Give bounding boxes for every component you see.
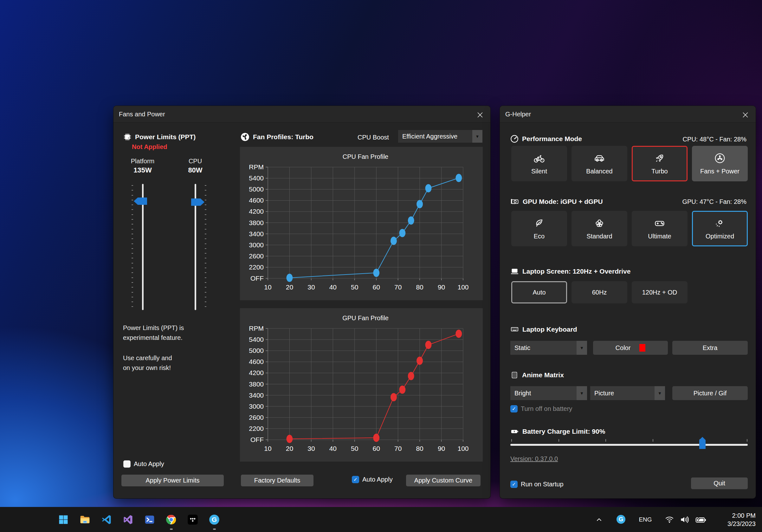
vscode-icon[interactable] [101, 514, 113, 526]
fans-window-title: Fans and Power [119, 111, 165, 118]
run-on-startup-checkbox[interactable]: ✓ [510, 481, 518, 488]
svg-text:80: 80 [416, 445, 423, 452]
laptop-icon [510, 267, 519, 275]
svg-text:G: G [619, 516, 624, 522]
desktop: Fans and Power Power Limits (PPT) Not Ap… [0, 0, 762, 532]
cpu-boost-dropdown[interactable]: Efficient Aggressive ▼ [398, 130, 483, 143]
gpu-fan-profile-chart[interactable]: 102030405060708090100OFF2200260030003400… [240, 308, 483, 462]
g-helper-running-indicator [213, 528, 216, 530]
language-indicator[interactable]: ENG [638, 515, 653, 524]
keyboard-extra-button[interactable]: Extra [672, 341, 748, 355]
svg-text:2200: 2200 [249, 264, 264, 271]
tray-chevron-up-icon[interactable] [595, 515, 603, 524]
power-auto-apply-checkbox[interactable] [123, 460, 130, 468]
version-link[interactable]: Version: 0.37.0.0 [510, 455, 558, 463]
screen-button-auto[interactable]: Auto [511, 281, 567, 303]
cpu-slider-thumb[interactable] [191, 198, 204, 206]
svg-text:CPU Fan Profile: CPU Fan Profile [343, 153, 389, 160]
file-explorer-icon[interactable] [79, 514, 91, 526]
gpu-button-ultimate[interactable]: Ultimate [632, 211, 688, 246]
optimized-gear-icon [714, 217, 725, 229]
chevron-down-icon[interactable]: ▼ [576, 386, 587, 400]
g-helper-taskbar-icon[interactable]: G [208, 514, 220, 526]
cpu-slider-label: CPU [180, 158, 211, 165]
chrome-running-indicator [170, 528, 173, 530]
anime-content-dropdown[interactable]: Picture ▼ [590, 386, 665, 400]
matrix-dots-icon [510, 371, 519, 379]
screen-button-120hz-od[interactable]: 120Hz + OD [632, 281, 688, 303]
svg-text:60: 60 [373, 445, 380, 452]
curve-auto-apply-checkbox[interactable]: ✓ [352, 476, 359, 483]
svg-text:10: 10 [264, 445, 271, 452]
svg-text:90: 90 [438, 283, 445, 291]
svg-text:3000: 3000 [249, 403, 264, 410]
fans-window-titlebar[interactable]: Fans and Power [114, 106, 491, 123]
svg-text:4200: 4200 [249, 369, 264, 376]
close-icon[interactable] [738, 109, 752, 121]
car-icon [594, 153, 605, 164]
keyboard-color-button[interactable]: Color [593, 341, 668, 355]
color-swatch [639, 344, 646, 351]
visual-studio-icon[interactable] [122, 514, 134, 526]
tray-date: 3/23/2023 [727, 520, 756, 528]
chevron-down-icon[interactable]: ▼ [472, 130, 483, 143]
mode-button-silent[interactable]: Silent [511, 146, 567, 181]
chevron-down-icon[interactable]: ▼ [654, 386, 665, 400]
gpu-button-standard[interactable]: Standard [572, 211, 627, 246]
flower-icon [594, 217, 605, 229]
gpu-button-optimized[interactable]: Optimized [692, 211, 748, 246]
cpu-fan-profile-chart[interactable]: 102030405060708090100OFF2200260030003400… [240, 147, 483, 300]
svg-text:100: 100 [457, 445, 469, 452]
ghelper-titlebar[interactable]: G-Helper [500, 106, 756, 123]
apply-custom-curve-button[interactable]: Apply Custom Curve [406, 475, 481, 486]
screen-button-60hz[interactable]: 60Hz [572, 281, 627, 303]
volume-icon[interactable] [679, 515, 690, 524]
gpu-mode-header: GPU Mode: iGPU + dGPU [510, 197, 603, 206]
battery-slider-thumb[interactable] [699, 437, 706, 449]
svg-text:90: 90 [438, 445, 445, 452]
chevron-down-icon[interactable]: ▼ [576, 341, 587, 355]
svg-text:50: 50 [351, 283, 358, 291]
g-helper-tray-icon[interactable]: G [616, 514, 626, 525]
svg-text:80: 80 [416, 283, 423, 291]
mode-button-fans-power[interactable]: Fans + Power [692, 146, 748, 181]
keyboard-mode-dropdown[interactable]: Static ▼ [510, 341, 587, 355]
battery-slider-track[interactable] [510, 444, 748, 446]
svg-text:5000: 5000 [249, 347, 264, 354]
cpu-slider-ticks [205, 185, 206, 309]
battery-tray-icon[interactable] [694, 515, 708, 524]
tray-clock[interactable]: 2:00 PM 3/23/2023 [727, 511, 756, 528]
laptop-screen-header: Laptop Screen: 120Hz + Overdrive [510, 267, 631, 275]
quit-button[interactable]: Quit [691, 478, 748, 489]
gpu-card-icon [510, 197, 519, 206]
mode-button-balanced[interactable]: Balanced [572, 146, 627, 181]
gamepad-icon [654, 217, 665, 229]
wifi-icon[interactable] [664, 515, 674, 524]
chrome-icon[interactable] [165, 514, 177, 526]
rocket-icon [654, 153, 665, 164]
svg-text:RPM: RPM [249, 325, 264, 332]
tidal-icon[interactable] [187, 514, 199, 526]
terminal-icon[interactable] [144, 514, 156, 526]
platform-slider-thumb[interactable] [134, 197, 147, 205]
svg-text:50: 50 [351, 445, 358, 452]
start-button-icon[interactable] [57, 514, 69, 526]
svg-text:30: 30 [307, 445, 315, 452]
turn-off-on-battery-checkbox[interactable]: ✓ [510, 405, 518, 413]
cpu-chip-icon [123, 133, 131, 141]
svg-text:5400: 5400 [249, 336, 264, 343]
svg-text:4600: 4600 [249, 358, 264, 365]
apply-power-limits-button[interactable]: Apply Power Limits [121, 475, 224, 486]
battery-charge-header: Battery Charge Limit: 90% [510, 427, 605, 436]
svg-text:60: 60 [373, 283, 380, 291]
anime-picture-gif-button[interactable]: Picture / Gif [672, 386, 748, 400]
battery-slider-ticks [511, 439, 748, 442]
svg-text:20: 20 [286, 283, 293, 291]
close-icon[interactable] [473, 109, 487, 121]
anime-brightness-dropdown[interactable]: Bright ▼ [510, 386, 587, 400]
mode-button-turbo[interactable]: Turbo [632, 146, 688, 181]
platform-slider-ticks [131, 185, 133, 309]
factory-defaults-button[interactable]: Factory Defaults [241, 475, 314, 486]
gpu-button-eco[interactable]: Eco [511, 211, 567, 246]
battery-icon [510, 427, 519, 436]
